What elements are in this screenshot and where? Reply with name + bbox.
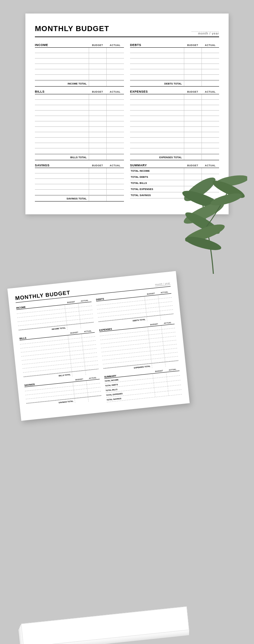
- doc2-month-year: month / year: [155, 282, 171, 287]
- doc2-savings-section: SAVINGS BUDGET ACTUAL SAVINGS TOTAL: [24, 376, 102, 411]
- table-row: [35, 100, 124, 105]
- savings-total-row: SAVINGS TOTAL: [35, 195, 124, 201]
- doc2-debts-section: DEBTS BUDGET ACTUAL DEBTS TOTAL: [96, 290, 174, 326]
- table-row: [130, 143, 219, 148]
- debts-title: DEBTS: [130, 43, 184, 47]
- table-row: [35, 94, 124, 100]
- summary-total-expenses-row: TOTAL EXPENSES: [130, 186, 219, 192]
- table-row: [130, 116, 219, 121]
- bills-header: BILLS BUDGET ACTUAL: [35, 90, 124, 94]
- expenses-header: EXPENSES BUDGET ACTUAL: [130, 90, 219, 94]
- debts-total-row: DEBTS TOTAL: [130, 80, 219, 87]
- summary-total-savings: TOTAL SAVINGS: [130, 194, 184, 196]
- table-row: [130, 111, 219, 116]
- table-row: [35, 138, 124, 143]
- second-document: MONTHLY BUDGET month / year INCOME BUDGE…: [7, 271, 190, 421]
- income-section: INCOME BUDGET ACTUAL INCOME TOTAL: [35, 43, 124, 87]
- table-row: [130, 105, 219, 111]
- month-year-underline: _______________: [191, 29, 219, 32]
- summary-header: SUMMARY BUDGET ACTUAL: [130, 164, 219, 168]
- doc-header: MONTHLY BUDGET _______________ month / y…: [35, 24, 219, 37]
- summary-title: SUMMARY: [130, 164, 184, 167]
- sections-grid: INCOME BUDGET ACTUAL INCOME TOTAL DEBTS …: [35, 43, 219, 205]
- table-row: [130, 75, 219, 80]
- bills-section: BILLS BUDGET ACTUAL BILLS TOTAL: [35, 90, 124, 160]
- expenses-title: EXPENSES: [130, 90, 184, 93]
- table-row: [35, 48, 124, 53]
- debts-actual-label: ACTUAL: [202, 44, 219, 46]
- doc2-expenses-section: EXPENSES BUDGET ACTUAL EXPENSES TOTAL: [99, 321, 179, 373]
- table-row: [35, 64, 124, 69]
- svg-point-4: [183, 221, 226, 245]
- table-row: [35, 111, 124, 116]
- table-row: [35, 53, 124, 58]
- table-row: [130, 94, 219, 100]
- doc2-income-section: INCOME BUDGET ACTUAL INCOME TOTAL: [16, 299, 94, 335]
- income-title: INCOME: [35, 43, 89, 47]
- table-row: [35, 75, 124, 80]
- expenses-actual-label: ACTUAL: [202, 91, 219, 93]
- table-row: [35, 168, 124, 173]
- bills-total-label: BILLS TOTAL: [35, 156, 89, 159]
- debts-section: DEBTS BUDGET ACTUAL DEBTS TOTAL: [130, 43, 219, 87]
- doc2-sections-grid: INCOME BUDGET ACTUAL INCOME TOTAL DEBTS: [16, 290, 183, 413]
- summary-total-bills: TOTAL BILLS: [130, 182, 184, 184]
- expenses-section: EXPENSES BUDGET ACTUAL EXPENSES TOTAL: [130, 90, 219, 160]
- income-actual-label: ACTUAL: [106, 44, 124, 46]
- month-year: _______________ month / year: [191, 29, 219, 35]
- debts-header: DEBTS BUDGET ACTUAL: [130, 43, 219, 48]
- table-row: [130, 121, 219, 127]
- savings-header: SAVINGS BUDGET ACTUAL: [35, 164, 124, 168]
- table-row: [35, 148, 124, 154]
- income-header: INCOME BUDGET ACTUAL: [35, 43, 124, 48]
- table-row: [130, 48, 219, 53]
- main-document: MONTHLY BUDGET _______________ month / y…: [25, 14, 229, 214]
- second-document-wrapper: MONTHLY BUDGET month / year INCOME BUDGE…: [7, 266, 240, 421]
- table-row: [35, 179, 124, 184]
- expenses-total-label: EXPENSES TOTAL: [130, 156, 184, 159]
- summary-total-expenses: TOTAL EXPENSES: [130, 188, 184, 190]
- summary-total-debts: TOTAL DEBTS: [130, 176, 184, 178]
- table-row: [130, 127, 219, 132]
- summary-total-income-row: TOTAL INCOME: [130, 168, 219, 174]
- table-row: [130, 64, 219, 69]
- summary-budget-label: BUDGET: [184, 164, 202, 167]
- bills-total-row: BILLS TOTAL: [35, 154, 124, 160]
- table-row: [35, 121, 124, 127]
- bills-actual-label: ACTUAL: [106, 91, 124, 93]
- expenses-total-row: EXPENSES TOTAL: [130, 154, 219, 160]
- table-row: [35, 116, 124, 121]
- doc2-summary-section: SUMMARY BUDGET ACTUAL TOTAL INCOME TOTAL…: [104, 368, 182, 402]
- bills-title: BILLS: [35, 90, 89, 93]
- table-row: [35, 132, 124, 138]
- table-row: [130, 53, 219, 58]
- table-row: [35, 184, 124, 190]
- summary-total-income: TOTAL INCOME: [130, 170, 184, 172]
- doc2-title: MONTHLY BUDGET: [15, 290, 70, 302]
- savings-section: SAVINGS BUDGET ACTUAL SAVINGS TOTAL: [35, 164, 124, 201]
- doc-title: MONTHLY BUDGET: [35, 24, 109, 33]
- table-row: [130, 132, 219, 138]
- summary-section: SUMMARY BUDGET ACTUAL TOTAL INCOME TOTAL…: [130, 164, 219, 201]
- table-row: [35, 143, 124, 148]
- table-row: [130, 58, 219, 64]
- summary-actual-label: ACTUAL: [202, 164, 219, 167]
- summary-total-debts-row: TOTAL DEBTS: [130, 174, 219, 180]
- savings-actual-label: ACTUAL: [106, 164, 124, 167]
- income-budget-label: BUDGET: [89, 44, 106, 46]
- table-row: [35, 190, 124, 195]
- table-row: [130, 69, 219, 75]
- debts-total-label: DEBTS TOTAL: [130, 82, 184, 85]
- table-row: [35, 173, 124, 179]
- savings-budget-label: BUDGET: [89, 164, 106, 167]
- expenses-budget-label: BUDGET: [184, 91, 202, 93]
- table-row: [35, 58, 124, 64]
- doc2-bills-section: BILLS BUDGET ACTUAL BILLS TOTAL: [19, 330, 99, 382]
- debts-budget-label: BUDGET: [184, 44, 202, 46]
- table-row: [130, 100, 219, 105]
- income-total-label: INCOME TOTAL: [35, 82, 89, 85]
- bills-budget-label: BUDGET: [89, 91, 106, 93]
- income-total-row: INCOME TOTAL: [35, 80, 124, 87]
- summary-total-bills-row: TOTAL BILLS: [130, 180, 219, 186]
- summary-total-savings-row: TOTAL SAVINGS: [130, 192, 219, 198]
